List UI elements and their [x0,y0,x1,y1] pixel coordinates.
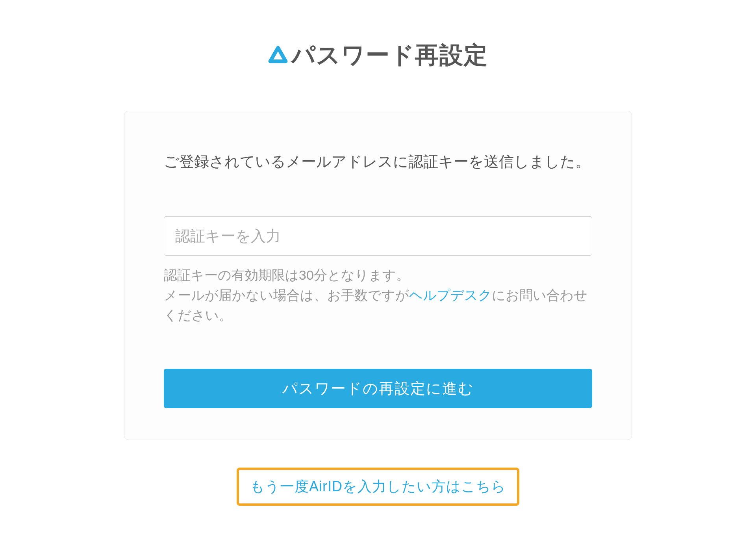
back-link-highlight-box: もう一度AirIDを入力したい方はこちら [237,468,519,506]
page-title: パスワード再設定 [268,39,488,71]
page-title-text: パスワード再設定 [291,39,488,71]
instruction-text: ご登録されているメールアドレスに認証キーを送信しました。 [164,150,592,173]
logo-triangle-icon [268,45,288,66]
proceed-password-reset-button[interactable]: パスワードの再設定に進む [164,369,592,408]
password-reset-card: ご登録されているメールアドレスに認証キーを送信しました。 認証キーの有効期限は3… [124,111,632,440]
help-text-line2-before: メールが届かない場合は、お手数ですが [164,288,409,303]
help-text: 認証キーの有効期限は30分となります。 メールが届かない場合は、お手数ですがヘル… [164,265,592,325]
help-text-line1: 認証キーの有効期限は30分となります。 [164,267,410,282]
reenter-airid-link[interactable]: もう一度AirIDを入力したい方はこちら [250,478,506,494]
auth-key-input[interactable] [164,216,592,256]
helpdesk-link[interactable]: ヘルプデスク [409,288,492,303]
